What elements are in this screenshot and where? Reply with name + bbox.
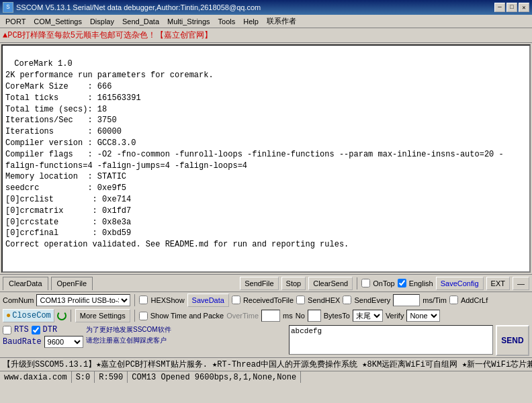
com-num-label: ComNum xyxy=(3,296,34,304)
menu-tools[interactable]: Tools xyxy=(214,16,240,27)
verify-select[interactable]: None xyxy=(406,310,440,322)
status-website: www.daxia.com xyxy=(0,371,72,383)
ad-text: ▲PCB打样降至每款5元顺丰包邮可选杂色！【嘉立创官网】 xyxy=(3,31,212,40)
send-every-label: SendEvery xyxy=(354,296,390,304)
rts-checkbox[interactable] xyxy=(3,326,11,334)
bytes-to-label: BytesTo xyxy=(324,312,350,320)
received-to-file-checkbox[interactable] xyxy=(232,296,240,304)
separator3 xyxy=(71,310,71,322)
promo-text2: 请您注册嘉立创脚踩虎客户 xyxy=(86,336,286,345)
menu-send-data[interactable]: Send_Data xyxy=(118,16,163,27)
english-label: English xyxy=(409,279,433,287)
ad-banner[interactable]: ▲PCB打样降至每款5元顺丰包邮可选杂色！【嘉立创官网】 xyxy=(0,28,532,43)
send-file-button[interactable]: SendFile xyxy=(240,277,278,290)
ms-tim-label: ms/Tim xyxy=(423,296,447,304)
bytes-to-select[interactable]: 末尾 xyxy=(353,310,383,322)
scroll-banner: 【升级到SSCOM5.13.1】★嘉立创PCB打样SMT贴片服务. ★RT-Th… xyxy=(0,357,532,371)
send-button[interactable]: SEND xyxy=(496,325,529,356)
com-num-select[interactable]: COM13 Prolific USB-to-Seri xyxy=(36,294,130,306)
menu-contact[interactable]: 联系作者 xyxy=(263,15,300,28)
serial-input-area: RTS DTR BaudRate 9600 为了更好地发展SSCOM软件 请您注… xyxy=(0,324,532,357)
overtime-label: OverTime xyxy=(226,312,259,320)
minimize-panel-button[interactable]: — xyxy=(513,277,529,290)
open-file-button[interactable]: OpenFile xyxy=(51,277,93,290)
baud-rate-label: BaudRate xyxy=(3,337,42,347)
window-title: SSCOM V5.13.1 Serial/Net data debugger,A… xyxy=(16,3,261,11)
bottom-toolbar: ClearData OpenFile SendFile Stop ClearSe… xyxy=(0,274,532,292)
status-bar: www.daxia.com S:0 R:590 COM13 Opened 960… xyxy=(0,371,532,383)
separator2 xyxy=(134,294,135,306)
rts-label: RTS xyxy=(14,325,29,334)
more-settings-button[interactable]: More Settings xyxy=(75,309,130,322)
baud-rate-select[interactable]: 9600 xyxy=(44,336,83,348)
left-panel: RTS DTR BaudRate 9600 xyxy=(3,325,83,356)
send-every-checkbox[interactable] xyxy=(343,296,351,304)
menu-display[interactable]: Display xyxy=(86,16,118,27)
received-to-file-label: ReceivedToFile xyxy=(243,296,294,304)
menu-port[interactable]: PORT xyxy=(1,16,30,27)
on-top-checkbox[interactable] xyxy=(361,279,370,287)
menu-help[interactable]: Help xyxy=(239,16,263,27)
status-s: S:0 xyxy=(72,371,95,383)
save-config-button[interactable]: SaveConfig xyxy=(436,277,484,290)
menu-bar: PORT COM_Settings Display Send_Data Mult… xyxy=(0,15,532,28)
hex-show-checkbox[interactable] xyxy=(139,296,148,304)
status-com: COM13 Opened 9600bps,8,1,None,None xyxy=(128,371,301,383)
dtr-label: DTR xyxy=(43,325,58,334)
clear-data-button[interactable]: ClearData xyxy=(3,277,48,290)
add-cr-lf-checkbox[interactable] xyxy=(449,296,458,304)
close-button[interactable]: ✕ xyxy=(519,3,529,12)
verify-label: Verify xyxy=(386,312,404,320)
menu-multi-strings[interactable]: Multi_Strings xyxy=(163,16,214,27)
show-time-checkbox[interactable] xyxy=(139,312,148,320)
hex-show-label: HEXShow xyxy=(150,296,184,304)
show-time-label: Show Time and Packe xyxy=(150,312,224,320)
app-icon: S xyxy=(3,2,13,13)
control-row-2: ● CloseCom More Settings Show Time and P… xyxy=(0,308,532,324)
separator1 xyxy=(357,277,357,289)
terminal-output: CoreMark 1.0 2K performance run paramete… xyxy=(1,44,531,273)
ext-button[interactable]: EXT xyxy=(486,277,510,290)
send-every-input[interactable]: 1000 xyxy=(393,294,420,306)
no-label: No xyxy=(296,312,305,320)
send-hex-label: SendHEX xyxy=(308,296,340,304)
english-checkbox[interactable] xyxy=(398,279,406,287)
refresh-icon[interactable] xyxy=(57,311,66,320)
terminal-content: CoreMark 1.0 2K performance run paramete… xyxy=(5,59,504,249)
separator4 xyxy=(134,310,135,322)
on-top-label: OnTop xyxy=(373,279,394,287)
maximize-button[interactable]: □ xyxy=(506,3,517,12)
menu-com-settings[interactable]: COM_Settings xyxy=(30,16,86,27)
ms-label: ms xyxy=(283,312,293,320)
window-controls: — □ ✕ xyxy=(494,3,529,12)
stop-button[interactable]: Stop xyxy=(281,277,306,290)
add-cr-lf-label: AddCrLf xyxy=(461,296,488,304)
close-com-button[interactable]: ● CloseCom xyxy=(3,309,54,322)
save-data-button[interactable]: SaveData xyxy=(187,294,229,307)
title-bar: S SSCOM V5.13.1 Serial/Net data debugger… xyxy=(0,0,532,15)
close-com-icon: ● xyxy=(6,311,11,320)
status-r: R:590 xyxy=(95,371,128,383)
clear-send-button[interactable]: ClearSend xyxy=(308,277,353,290)
minimize-button[interactable]: — xyxy=(494,3,505,12)
close-com-label: CloseCom xyxy=(12,311,51,320)
send-area: 为了更好地发展SSCOM软件 请您注册嘉立创脚踩虎客户 abcdefg SEND xyxy=(86,325,529,356)
promo-text1: 为了更好地发展SSCOM软件 xyxy=(86,325,286,334)
scroll-text: 【升级到SSCOM5.13.1】★嘉立创PCB打样SMT贴片服务. ★RT-Th… xyxy=(3,360,532,369)
no-input[interactable]: 1 xyxy=(308,310,321,322)
send-input[interactable]: abcdefg xyxy=(289,325,493,355)
control-row-1: ComNum COM13 Prolific USB-to-Seri HEXSho… xyxy=(0,292,532,308)
overtime-input[interactable]: 20 xyxy=(261,310,280,322)
dtr-checkbox[interactable] xyxy=(32,326,40,334)
send-hex-checkbox[interactable] xyxy=(296,296,305,304)
